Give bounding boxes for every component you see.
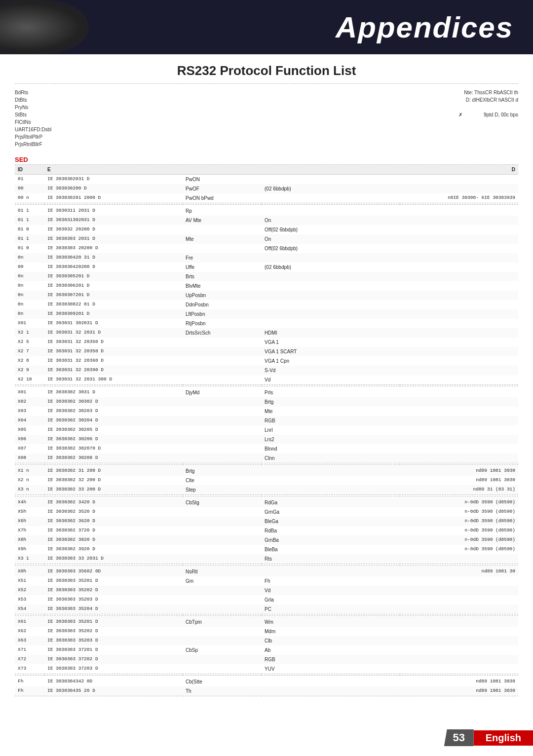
cell-cmd: IE 3030311 2031 D <box>44 205 183 216</box>
cell-desc: Blnnd <box>262 444 400 454</box>
cell-func <box>183 454 262 463</box>
table-row: X71IE 3030303 37201 DCbSpAb <box>15 645 518 655</box>
cell-cmd: IE 303030200 D <box>44 184 183 193</box>
cell-func: AV Mte <box>183 216 262 225</box>
cell-cmd: IE 3030303 35202 D <box>44 627 183 636</box>
cell-note <box>400 636 518 645</box>
cell-note <box>400 425 518 435</box>
cell-cmd: IE 3030302 30302 D <box>44 397 183 407</box>
cell-desc <box>262 676 400 687</box>
cell-id: X5h <box>15 507 44 517</box>
table-row: X52IE 3030303 35202 DVd <box>15 586 518 595</box>
cell-func <box>183 425 262 435</box>
cell-id: X7h <box>15 526 44 535</box>
cell-desc <box>262 566 400 577</box>
cell-cmd: IE 303030201 2000 D <box>44 193 183 203</box>
cell-func: DjyMd <box>183 386 262 398</box>
cell-desc <box>262 272 400 281</box>
cell-desc: HDMI <box>262 328 400 338</box>
table-row: 0nIE 303030822 01 DDdnPosbn <box>15 300 518 309</box>
table-row: X9hIE 3030302 3920 DBleBan-0dD 3590 (d85… <box>15 545 518 554</box>
table-header-row: ID E D <box>15 165 518 175</box>
table-row: X01IE 3030302 3031 DDjyMdPrls <box>15 386 518 398</box>
cell-func <box>183 664 262 674</box>
cell-id: 01 1 <box>15 216 44 225</box>
cell-cmd: IE 303031 32 20350 D <box>44 338 183 347</box>
cell-func: DdnPosbn <box>183 300 262 309</box>
table-row: 00 nIE 303030201 2000 DPwON bPwdn0IE 303… <box>15 193 518 203</box>
cell-desc: Wm <box>262 616 400 627</box>
cell-id: X51 <box>15 576 44 586</box>
cell-id: X63 <box>15 636 44 645</box>
table-row: 01 0IE 3030303 20200 DOff(02 6bbdpb) <box>15 244 518 253</box>
cell-id: X01 <box>15 319 44 328</box>
cell-desc: Prls <box>262 386 400 398</box>
cell-desc: Lnrl <box>262 425 400 435</box>
cell-id: X08 <box>15 454 44 463</box>
table-row: FhIE 303030435 20 DThnd89 1081 3030 <box>15 686 518 696</box>
cell-func: CbSp <box>183 645 262 655</box>
cell-note <box>400 309 518 319</box>
info-note: Nte: ThssCR RbASCII th D: dlHEXlbCR hASC… <box>266 89 518 118</box>
table-row: X05IE 3030302 30205 DLnrl <box>15 425 518 435</box>
cell-cmd: IE 3030302 3620 D <box>44 517 183 526</box>
cell-cmd: IE 303030420200 D <box>44 263 183 272</box>
cell-cmd: IE 303031 32 2031 D <box>44 328 183 338</box>
cell-func: Cb(Stte <box>183 676 262 687</box>
cell-note <box>400 291 518 300</box>
cell-cmd: IE 3030302 30204 D <box>44 416 183 425</box>
cell-func <box>183 627 262 636</box>
cell-cmd: IE 3030303 2031 D <box>44 234 183 244</box>
page-title: RS232 Protocol Function List <box>0 54 533 83</box>
cell-desc: Clb <box>262 636 400 645</box>
cell-func: PwON bPwd <box>183 193 262 203</box>
cell-desc <box>262 193 400 203</box>
table-row: 0nIE 3030309201 DLftPosbn <box>15 309 518 319</box>
cell-desc <box>262 309 400 319</box>
cell-func: Gm <box>183 576 262 586</box>
table-row: X62IE 3030303 35202 DMdm <box>15 627 518 636</box>
cell-desc: VGA 1 Cpn <box>262 356 400 366</box>
cell-func <box>183 225 262 234</box>
cell-cmd: IE 303030435 20 D <box>44 686 183 696</box>
cell-note <box>400 454 518 463</box>
info-row-1: BdRtsDtBtsPryNsStBtsFlCtlNsUART16FD:Dsbl… <box>15 88 518 149</box>
cell-func <box>183 636 262 645</box>
table-row: 01 1IE 3030311 2031 DRp <box>15 205 518 216</box>
cell-func <box>183 435 262 444</box>
cell-cmd: IE 3030303 33 2031 D <box>44 554 183 564</box>
cell-desc: Rts <box>262 554 400 564</box>
cell-desc: (02 6bbdpb) <box>262 184 400 193</box>
cell-cmd: IE 303031302031 D <box>44 216 183 225</box>
table-row: X73IE 3030303 37203 DYUV <box>15 664 518 674</box>
table-row: 0nIE 3030306201 DBlvMte <box>15 281 518 291</box>
cell-note <box>400 300 518 309</box>
cell-id: 00 n <box>15 193 44 203</box>
cell-cmd: IE 3030303 37201 D <box>44 645 183 655</box>
cell-desc <box>262 476 400 485</box>
cell-note <box>400 616 518 627</box>
cell-desc: PC <box>262 605 400 614</box>
cell-note <box>400 356 518 366</box>
cell-note <box>400 416 518 425</box>
cell-desc: RdGa <box>262 496 400 508</box>
cell-id: X04 <box>15 416 44 425</box>
table-row: X3 1IE 3030303 33 2031 DRts <box>15 554 518 564</box>
cell-cmd: IE 303031 302031 D <box>44 319 183 328</box>
cell-id: X0h <box>15 566 44 577</box>
cell-cmd: IE 3030302031 D <box>44 175 183 185</box>
cell-desc <box>262 465 400 476</box>
cell-cmd: IE 303031 32 20390 D <box>44 366 183 375</box>
cell-desc: Brtg <box>262 397 400 407</box>
cell-cmd: IE 303030822 01 D <box>44 300 183 309</box>
cell-id: X2 1 <box>15 328 44 338</box>
cell-id: 01 <box>15 175 44 185</box>
cell-desc <box>262 485 400 495</box>
cell-note <box>400 175 518 185</box>
col-header-id: ID <box>15 165 44 175</box>
cell-note: n-0dD 3590 (d8590) <box>400 507 518 517</box>
cell-id: 01 0 <box>15 244 44 253</box>
cell-id: X72 <box>15 655 44 664</box>
cell-func <box>183 444 262 454</box>
main-content: BdRtsDtBtsPryNsStBtsFlCtlNsUART16FD:Dsbl… <box>0 83 533 727</box>
